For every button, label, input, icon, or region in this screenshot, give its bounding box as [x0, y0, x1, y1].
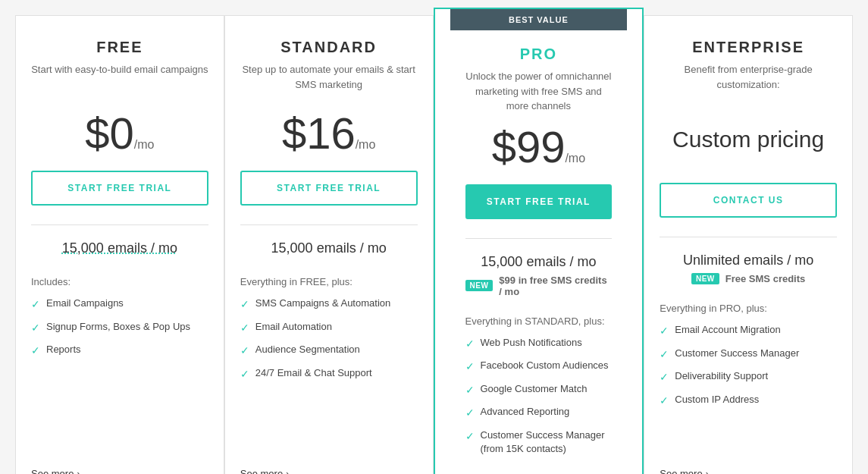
- price-area-free: $0/mo: [31, 111, 208, 155]
- price-area-pro: $99/mo: [465, 125, 613, 169]
- feature-item: ✓Reports: [31, 343, 208, 359]
- feature-item: ✓Audience Segmentation: [240, 343, 418, 359]
- check-icon: ✓: [465, 359, 475, 375]
- includes-label-free: Includes:: [31, 276, 208, 287]
- check-icon: ✓: [660, 394, 669, 409]
- emails-count-enterprise: Unlimited emails / mo: [660, 253, 837, 268]
- emails-count-free: 15,000 emails / mo: [31, 240, 208, 256]
- feature-list-standard: ✓SMS Campaigns & Automation✓Email Automa…: [240, 297, 418, 457]
- feature-text: Signup Forms, Boxes & Pop Ups: [46, 320, 190, 334]
- feature-text: Customer Success Manager: [675, 347, 799, 360]
- see-more-label: See more: [660, 468, 702, 474]
- check-icon: ✓: [240, 297, 249, 312]
- feature-item: ✓Customer Success Manager: [660, 347, 837, 363]
- plan-desc-free: Start with easy-to-build email campaigns: [31, 62, 208, 100]
- see-more-standard[interactable]: See more›: [240, 468, 418, 474]
- check-icon: ✓: [465, 337, 475, 352]
- sms-text-pro: $99 in free SMS credits / mo: [499, 275, 612, 297]
- feature-item: ✓Email Automation: [240, 320, 418, 336]
- new-badge-enterprise: NEW: [691, 273, 719, 284]
- check-icon: ✓: [465, 406, 475, 421]
- plan-card-standard: STANDARDStep up to automate your emails …: [224, 15, 434, 474]
- feature-text: SMS Campaigns & Automation: [255, 297, 390, 310]
- new-badge-row-enterprise: NEWFree SMS credits: [660, 273, 837, 284]
- feature-item: ✓Facebook Custom Audiences: [465, 359, 613, 375]
- cta-button-free[interactable]: START FREE TRIAL: [31, 171, 208, 206]
- plan-card-free: FREEStart with easy-to-build email campa…: [15, 15, 224, 474]
- feature-text: 24/7 Email & Chat Support: [255, 366, 372, 380]
- see-more-free[interactable]: See more›: [31, 468, 208, 474]
- feature-item: ✓SMS Campaigns & Automation: [240, 297, 418, 312]
- cta-button-standard[interactable]: START FREE TRIAL: [240, 171, 418, 206]
- cta-button-enterprise[interactable]: CONTACT US: [660, 183, 837, 218]
- feature-item: ✓Deliverability Support: [660, 369, 837, 385]
- check-icon: ✓: [465, 383, 475, 398]
- plan-desc-standard: Step up to automate your emails & start …: [240, 62, 418, 100]
- plan-name-standard: STANDARD: [240, 39, 418, 56]
- feature-item: ✓Web Push Notifications: [465, 336, 613, 352]
- feature-text: Facebook Custom Audiences: [481, 359, 609, 372]
- check-icon: ✓: [31, 297, 40, 312]
- price-dollar-pro: $99: [492, 122, 566, 171]
- see-more-label: See more: [240, 468, 283, 474]
- price-dollar-standard: $16: [282, 108, 356, 158]
- see-more-arrow-icon: ›: [77, 469, 80, 474]
- check-icon: ✓: [660, 370, 669, 385]
- feature-list-pro: ✓Web Push Notifications✓Facebook Custom …: [465, 336, 613, 464]
- feature-text: Email Automation: [255, 320, 332, 334]
- feature-text: Email Account Migration: [675, 323, 780, 337]
- plan-desc-enterprise: Benefit from enterprise-grade customizat…: [660, 62, 837, 100]
- see-more-arrow-icon: ›: [706, 469, 709, 474]
- feature-text: Reports: [46, 343, 81, 356]
- feature-text: Customer Success Manager (from 15K conta…: [481, 428, 613, 456]
- check-icon: ✓: [31, 321, 40, 336]
- check-icon: ✓: [240, 367, 249, 382]
- feature-item: ✓Customer Success Manager (from 15K cont…: [465, 428, 613, 456]
- feature-text: Custom IP Address: [675, 393, 759, 407]
- feature-text: Audience Segmentation: [255, 343, 360, 356]
- feature-item: ✓Custom IP Address: [660, 393, 837, 409]
- emails-section-pro: 15,000 emails / moNEW$99 in free SMS cre…: [465, 238, 613, 300]
- includes-label-enterprise: Everything in PRO, plus:: [660, 303, 837, 314]
- plan-name-pro: PRO: [465, 46, 613, 63]
- plan-card-pro: BEST VALUEPROUnlock the power of omnicha…: [434, 8, 644, 474]
- price-mo-standard: /mo: [356, 138, 376, 151]
- feature-item: ✓Advanced Reporting: [465, 405, 613, 421]
- emails-count-pro: 15,000 emails / mo: [465, 254, 613, 270]
- plan-desc-pro: Unlock the power of omnichannel marketin…: [465, 69, 613, 114]
- cta-button-pro[interactable]: START FREE TRIAL: [465, 184, 613, 219]
- price-area-enterprise: Custom pricing: [660, 111, 837, 168]
- feature-item: ✓24/7 Email & Chat Support: [240, 366, 418, 382]
- feature-text: Deliverability Support: [675, 369, 768, 383]
- see-more-label: See more: [31, 468, 74, 474]
- feature-text: Google Customer Match: [481, 382, 588, 396]
- feature-item: ✓Google Customer Match: [465, 382, 613, 398]
- new-badge-row-pro: NEW$99 in free SMS credits / mo: [465, 275, 613, 297]
- check-icon: ✓: [660, 347, 669, 363]
- plan-card-enterprise: ENTERPRISEBenefit from enterprise-grade …: [644, 15, 853, 474]
- includes-label-pro: Everything in STANDARD, plus:: [465, 315, 613, 327]
- check-icon: ✓: [240, 321, 249, 336]
- custom-price-enterprise: Custom pricing: [660, 127, 837, 152]
- feature-list-free: ✓Email Campaigns✓Signup Forms, Boxes & P…: [31, 297, 208, 457]
- pricing-table: FREEStart with easy-to-build email campa…: [15, 15, 853, 474]
- emails-count-standard: 15,000 emails / mo: [240, 240, 418, 256]
- price-area-standard: $16/mo: [240, 111, 418, 155]
- sms-text-enterprise: Free SMS credits: [725, 273, 806, 284]
- see-more-arrow-icon: ›: [286, 469, 289, 474]
- see-more-enterprise[interactable]: See more›: [660, 468, 837, 474]
- feature-text: Advanced Reporting: [481, 405, 570, 419]
- emails-section-enterprise: Unlimited emails / moNEWFree SMS credits: [660, 237, 837, 287]
- emails-section-standard: 15,000 emails / mo: [240, 224, 418, 261]
- includes-label-standard: Everything in FREE, plus:: [240, 276, 418, 287]
- price-dollar-free: $0: [85, 108, 134, 158]
- check-icon: ✓: [240, 344, 249, 359]
- new-badge-pro: NEW: [465, 280, 494, 291]
- plan-name-free: FREE: [31, 39, 208, 56]
- check-icon: ✓: [660, 324, 669, 339]
- feature-item: ✓Email Account Migration: [660, 323, 837, 339]
- feature-list-enterprise: ✓Email Account Migration✓Customer Succes…: [660, 323, 837, 457]
- price-mo-free: /mo: [134, 138, 155, 151]
- best-value-badge: BEST VALUE: [450, 9, 628, 30]
- price-mo-pro: /mo: [565, 152, 585, 165]
